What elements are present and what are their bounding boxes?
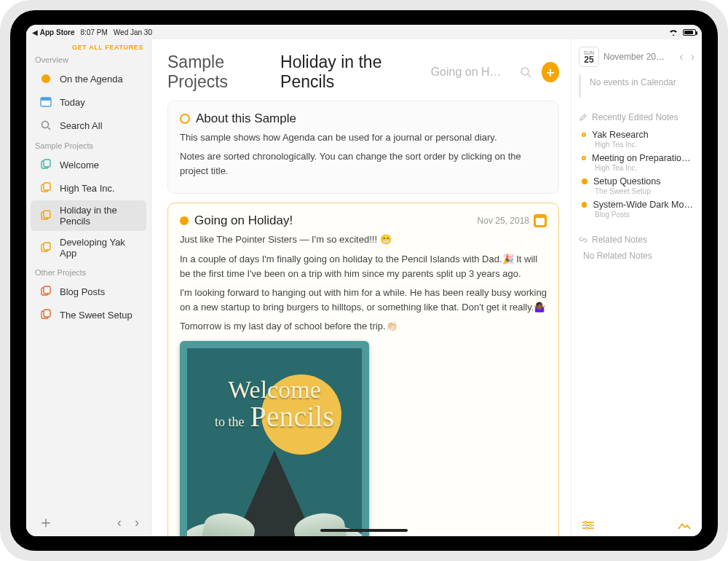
recent-note-sub: High Tea Inc. xyxy=(595,164,695,172)
next-day-button[interactable]: › xyxy=(691,50,695,63)
agenda-outline-icon xyxy=(582,156,586,160)
card-text: In a couple of days I'm finally going on… xyxy=(180,252,547,281)
project-icon xyxy=(39,181,52,195)
svg-rect-9 xyxy=(44,211,50,218)
sidebar-item-search-all[interactable]: Search All xyxy=(31,114,146,136)
agenda-solid-icon xyxy=(582,178,587,184)
gallery-icon[interactable] xyxy=(677,520,692,530)
svg-rect-11 xyxy=(44,243,50,250)
get-all-features-link[interactable]: GET ALL FEATURES xyxy=(26,39,151,51)
card-text: Just like The Pointer Sisters — I'm so e… xyxy=(180,232,547,247)
status-date: Wed Jan 30 xyxy=(114,28,152,36)
card-title: Going on Holiday! xyxy=(194,213,293,228)
sidebar-item-label: High Tea Inc. xyxy=(60,183,115,194)
svg-rect-5 xyxy=(44,160,50,167)
recent-note-item[interactable]: Meeting on Preparation f… High Tea Inc. xyxy=(571,150,702,173)
calendar-month[interactable]: November 20… xyxy=(604,52,665,62)
svg-point-21 xyxy=(584,521,586,523)
poster-line-2a: to the xyxy=(215,415,245,428)
back-to-app[interactable]: ◀ App Store xyxy=(32,28,75,36)
project-icon xyxy=(39,285,52,298)
recent-note-title: Yak Research xyxy=(592,130,649,140)
card-title: About this Sample xyxy=(196,111,296,126)
sidebar-item-today[interactable]: Today xyxy=(31,91,146,113)
project-icon xyxy=(39,308,52,321)
no-related-label: No Related Notes xyxy=(571,249,702,262)
calendar-icon xyxy=(39,95,52,109)
agenda-solid-icon xyxy=(180,216,189,225)
card-text: Tomorrow is my last day of school before… xyxy=(180,319,547,334)
sidebar-item-label: Blog Posts xyxy=(60,286,105,297)
project-icon xyxy=(39,209,52,222)
prev-day-button[interactable]: ‹ xyxy=(679,50,683,63)
recent-note-item[interactable]: System-Wide Dark Mode… Blog Posts xyxy=(571,197,702,220)
poster-line-1: Welcome xyxy=(187,377,362,402)
project-icon xyxy=(39,241,52,254)
recent-note-sub: Blog Posts xyxy=(595,211,695,219)
add-project-button[interactable]: ＋ xyxy=(38,514,54,530)
svg-rect-13 xyxy=(44,286,50,294)
card-text: Notes are sorted chronologically. You ca… xyxy=(180,149,547,178)
section-sample-projects: Sample Projects xyxy=(26,137,151,153)
breadcrumb-category[interactable]: Sample Projects xyxy=(167,52,273,92)
breadcrumb-project[interactable]: Holiday in the Pencils xyxy=(280,52,419,92)
sidebar-item-label: Welcome xyxy=(60,160,99,170)
recent-note-item[interactable]: Yak Research High Tea Inc. xyxy=(571,127,702,150)
agenda-outline-icon xyxy=(582,133,586,137)
mini-calendar-icon[interactable]: SUN 25 xyxy=(579,47,599,67)
filter-icon[interactable] xyxy=(582,520,595,530)
project-icon xyxy=(39,158,52,171)
sidebar-item-on-agenda[interactable]: On the Agenda xyxy=(31,68,146,90)
sidebar-item-label: Search All xyxy=(60,120,103,131)
recent-note-title: Setup Questions xyxy=(593,176,660,187)
going-on-holiday-card[interactable]: Going on Holiday! Nov 25, 2018 Just like… xyxy=(167,203,559,536)
recent-note-item[interactable]: Setup Questions The Sweet Setup xyxy=(571,173,702,197)
sidebar-item-developing-yak[interactable]: Developing Yak App xyxy=(31,232,146,263)
card-text: I'm looking forward to hanging out with … xyxy=(180,286,547,315)
status-bar: ◀ App Store 8:07 PM Wed Jan 30 xyxy=(26,25,702,39)
recent-note-title: Meeting on Preparation f… xyxy=(592,153,694,163)
no-events-label: No events in Calendar xyxy=(579,74,696,98)
agenda-solid-icon xyxy=(582,202,587,208)
breadcrumb-note[interactable]: Going on Holi… xyxy=(431,66,502,79)
svg-line-17 xyxy=(528,74,531,77)
sidebar-item-welcome[interactable]: Welcome xyxy=(31,154,146,176)
status-time: 8:07 PM xyxy=(81,28,108,36)
mini-cal-day: 25 xyxy=(584,55,593,64)
home-indicator[interactable] xyxy=(320,529,408,532)
sidebar-item-high-tea[interactable]: High Tea Inc. xyxy=(31,177,146,199)
poster-line-2b: Pencils xyxy=(250,402,334,431)
sidebar-item-label: The Sweet Setup xyxy=(60,310,132,321)
agenda-outline-icon xyxy=(180,114,190,124)
search-icon xyxy=(39,119,52,132)
svg-point-22 xyxy=(589,524,591,526)
link-icon xyxy=(579,235,587,244)
svg-point-2 xyxy=(42,122,49,128)
section-other-projects: Other Projects xyxy=(26,264,151,280)
about-sample-card[interactable]: About this Sample This sample shows how … xyxy=(167,101,559,194)
section-recently-edited: Recently Edited Notes xyxy=(571,108,702,127)
note-date: Nov 25, 2018 xyxy=(478,216,529,226)
svg-point-23 xyxy=(585,527,587,529)
nav-forward-button[interactable]: › xyxy=(135,515,139,530)
search-icon xyxy=(519,66,532,79)
sidebar: GET ALL FEATURES Overview On the Agenda … xyxy=(26,39,151,536)
sidebar-item-blog-posts[interactable]: Blog Posts xyxy=(31,280,146,302)
sidebar-item-label: Today xyxy=(60,97,85,108)
svg-rect-7 xyxy=(44,183,50,190)
nav-back-button[interactable]: ‹ xyxy=(117,515,122,530)
svg-point-16 xyxy=(521,68,529,75)
breadcrumb: Sample Projects Holiday in the Pencils G… xyxy=(151,39,571,101)
sidebar-item-label: Developing Yak App xyxy=(60,237,139,259)
poster-image: Welcome to the Pencils xyxy=(180,341,369,536)
sidebar-item-sweet-setup[interactable]: The Sweet Setup xyxy=(31,304,146,326)
calendar-badge-icon[interactable] xyxy=(534,214,547,227)
section-related-notes: Related Notes xyxy=(571,230,702,249)
svg-rect-1 xyxy=(41,98,51,101)
agenda-dot-icon xyxy=(39,72,52,85)
search-button[interactable] xyxy=(516,62,534,82)
add-note-button[interactable]: ＋ xyxy=(542,62,559,82)
main-content: Sample Projects Holiday in the Pencils G… xyxy=(151,39,571,536)
sidebar-item-holiday-pencils[interactable]: Holiday in the Pencils xyxy=(31,200,146,231)
section-overview: Overview xyxy=(26,51,151,67)
